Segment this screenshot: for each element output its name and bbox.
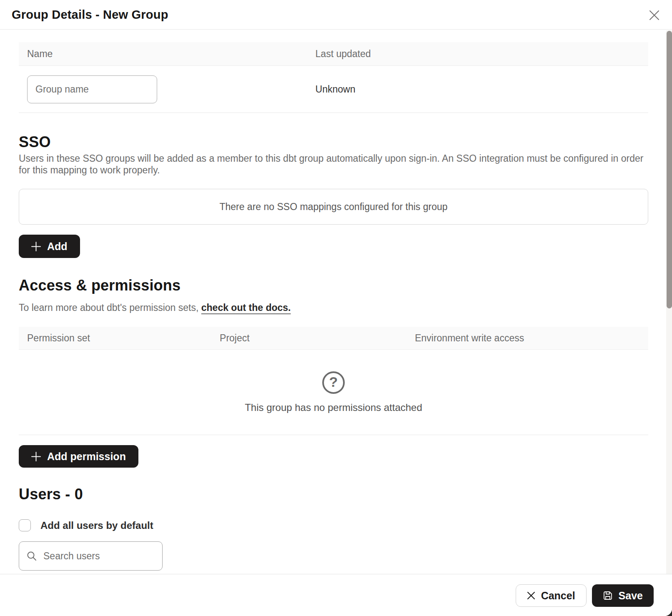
scrollbar-thumb[interactable]	[667, 31, 672, 308]
save-floppy-icon	[603, 591, 613, 601]
group-details-modal: Group Details - New Group Name Last upda…	[0, 0, 672, 616]
add-sso-mapping-label: Add	[47, 240, 68, 253]
add-all-users-checkbox[interactable]	[19, 519, 31, 531]
permissions-section-heading: Access & permissions	[19, 276, 648, 295]
add-permission-button[interactable]: Add permission	[19, 445, 138, 468]
modal-header: Group Details - New Group	[0, 0, 672, 30]
plus-icon	[31, 242, 41, 251]
question-mark-icon: ?	[322, 371, 345, 394]
column-header-project: Project	[211, 333, 406, 344]
table-row: Unknown	[19, 66, 648, 113]
plus-icon	[31, 452, 41, 461]
sso-section-heading: SSO	[19, 133, 648, 151]
permissions-description: To learn more about dbt's permission set…	[19, 302, 648, 313]
cancel-label: Cancel	[541, 590, 575, 602]
permissions-description-text: To learn more about dbt's permission set…	[19, 302, 201, 313]
group-name-table: Name Last updated Unknown	[19, 42, 648, 113]
add-all-users-row: Add all users by default	[19, 519, 648, 531]
permissions-empty-state: ? This group has no permissions attached	[19, 350, 648, 435]
modal-content: Name Last updated Unknown SSO Users in t…	[0, 30, 672, 574]
last-updated-value: Unknown	[307, 84, 648, 95]
add-sso-mapping-button[interactable]: Add	[19, 235, 80, 258]
add-permission-label: Add permission	[47, 451, 126, 463]
save-label: Save	[619, 590, 643, 602]
search-users-input[interactable]	[43, 551, 155, 562]
group-name-table-header: Name Last updated	[19, 42, 648, 66]
add-all-users-label: Add all users by default	[40, 520, 153, 531]
column-header-name: Name	[19, 48, 307, 60]
search-users-box	[19, 541, 163, 571]
sso-empty-state-text: There are no SSO mappings configured for…	[219, 201, 447, 213]
close-icon	[649, 10, 659, 20]
users-section-heading: Users - 0	[19, 485, 648, 503]
sso-empty-state: There are no SSO mappings configured for…	[19, 189, 648, 225]
modal-footer: Cancel Save	[0, 574, 672, 616]
cancel-x-icon	[527, 591, 535, 600]
column-header-last-updated: Last updated	[307, 48, 648, 60]
scrollbar-track[interactable]	[666, 30, 672, 574]
column-header-environment-write-access: Environment write access	[406, 333, 648, 344]
column-header-permission-set: Permission set	[19, 333, 211, 344]
permissions-table: Permission set Project Environment write…	[19, 327, 648, 435]
cancel-button[interactable]: Cancel	[516, 584, 587, 607]
search-icon	[27, 551, 37, 561]
close-button[interactable]	[649, 10, 659, 20]
permissions-empty-state-text: This group has no permissions attached	[245, 402, 422, 413]
permissions-table-header: Permission set Project Environment write…	[19, 327, 648, 350]
sso-section-description: Users in these SSO groups will be added …	[19, 153, 648, 176]
modal-title: Group Details - New Group	[12, 8, 168, 22]
save-button[interactable]: Save	[592, 584, 654, 607]
docs-link[interactable]: check out the docs.	[201, 302, 291, 313]
group-name-input[interactable]	[27, 75, 157, 103]
